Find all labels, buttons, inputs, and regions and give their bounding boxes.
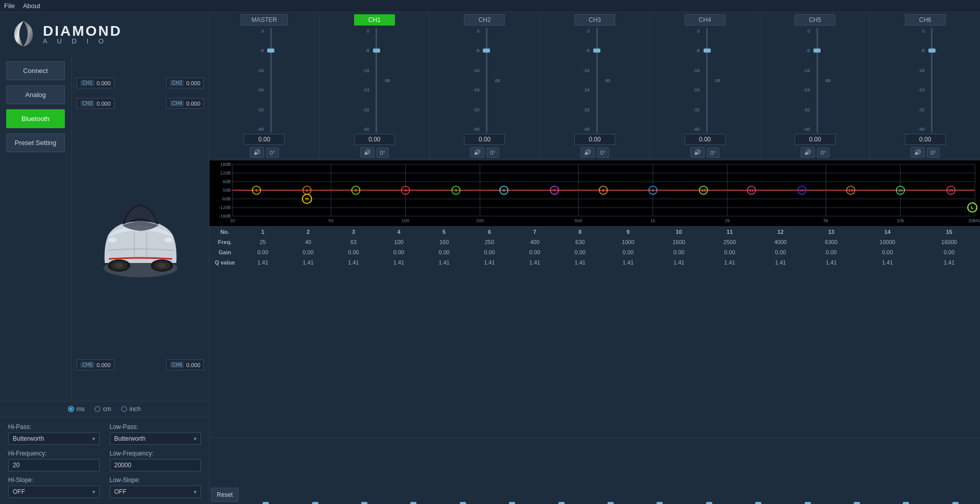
eq-cell-r2-c10: 0.00 [654,247,704,257]
ch3-phase-btn[interactable]: 0° [597,148,610,158]
eq-col-header-9: 9 [603,227,654,237]
eq-fader-handle-1[interactable] [263,502,269,504]
eq-graph[interactable] [209,160,980,227]
ch-header-ch2[interactable]: CH2 [464,14,505,26]
ch1-phase-btn[interactable]: 0° [377,148,389,158]
ch6-mute-btn[interactable]: 🔊 [911,147,925,158]
menu-bar: File About [0,0,980,12]
preset-setting-button[interactable]: Preset Setting [6,133,65,152]
eq-fader-handle-4[interactable] [410,502,416,504]
eq-fader-handle-11[interactable] [755,502,761,504]
ch4-phase-btn[interactable]: 0° [707,148,719,158]
svg-point-3 [115,263,123,268]
low-pass-group: Low-Pass: Butterworth Linkwitz-Riley Bes… [110,423,201,445]
ch-header-ch5[interactable]: CH5 [795,14,835,26]
ch3-fader-scale: 0 -8 -16 -24 -32 -40 [578,28,590,133]
analog-button[interactable]: Analog [6,85,65,104]
eq-cell-r3-c9: 1.41 [603,257,654,268]
ch5-infinity: ∞ [825,76,830,84]
unit-ms-radio[interactable] [68,406,74,412]
eq-cell-r2-c9: 0.00 [603,247,654,257]
master-fader[interactable] [266,28,276,133]
ch-header-ch3[interactable]: CH3 [574,14,615,26]
bluetooth-button[interactable]: Bluetooth [6,109,65,128]
eq-fader-handle-9[interactable] [657,502,663,504]
hi-slope-select[interactable]: OFF 12dB/oct 24dB/oct 36dB/oct 48dB/oct [8,486,100,498]
eq-col-header-12: 12 [755,227,806,237]
ch1-fader[interactable] [371,28,382,133]
ch2-mute-btn[interactable]: 🔊 [470,147,484,158]
ch6-fader-track [931,28,932,133]
channel-faders: MASTER 0 -8 -16 -24 -32 -40 [209,12,980,160]
ch-header-master[interactable]: MASTER [241,14,288,26]
ch4-fader-handle[interactable] [704,49,711,53]
unit-ms-label[interactable]: ms [68,405,84,413]
eq-cell-r1-c12: 4000 [755,237,806,247]
ch4-mute-btn[interactable]: 🔊 [690,147,705,158]
ch6-fader[interactable] [927,28,937,133]
eq-canvas[interactable] [209,160,980,226]
ch2-delay-value: 0.000 [186,80,200,86]
eq-fader-handle-15[interactable] [952,502,959,504]
eq-cell-r3-c1: 1.41 [240,257,286,268]
eq-cell-r2-c14: 0.00 [857,247,919,257]
ch5-delay-value: 0.000 [97,362,111,368]
ch-header-ch4[interactable]: CH4 [685,14,726,26]
ch6-fader-handle[interactable] [928,49,936,53]
unit-inch-label[interactable]: inch [121,405,141,413]
unit-cm-label[interactable]: cm [95,405,111,413]
low-slope-select[interactable]: OFF 12dB/oct 24dB/oct 36dB/oct 48dB/oct [110,486,201,498]
eq-col-header-15: 15 [918,227,980,237]
master-bottom-row: 🔊 0° [250,147,279,158]
hi-freq-input[interactable] [8,459,100,471]
eq-fader-handle-7[interactable] [558,502,565,504]
ch5-fader[interactable] [812,28,822,133]
ch5-fader-handle[interactable] [813,49,821,53]
reset-button[interactable]: Reset [211,488,238,502]
eq-cell-r1-c5: 160 [422,237,467,247]
master-phase-btn[interactable]: 0° [266,148,279,158]
ch3-value: 0.00 [574,134,615,145]
eq-fader-handle-2[interactable] [312,502,318,504]
connect-button[interactable]: Connect [6,61,65,80]
ch5-mute-btn[interactable]: 🔊 [801,147,815,158]
eq-fader-handle-6[interactable] [509,502,515,504]
low-pass-select[interactable]: Butterworth Linkwitz-Riley Bessel [110,433,201,445]
eq-col-header-6: 6 [467,227,512,237]
eq-fader-handle-8[interactable] [608,502,614,504]
ch6-phase-btn[interactable]: 0° [927,148,940,158]
ch3-fader-handle[interactable] [593,49,600,53]
master-mute-btn[interactable]: 🔊 [250,147,264,158]
ch2-fader-area: 0 -8 -16 -24 -32 -40 ∞ [431,28,539,133]
eq-fader-handle-12[interactable] [805,502,811,504]
eq-fader-handle-13[interactable] [854,502,860,504]
unit-cm-radio[interactable] [95,406,101,412]
eq-cell-r1-c4: 100 [376,237,422,247]
ch3-mute-btn[interactable]: 🔊 [580,147,595,158]
unit-inch-radio[interactable] [121,406,127,412]
eq-fader-handle-5[interactable] [460,502,466,504]
ch3-fader[interactable] [592,28,602,133]
eq-cell-r2-c7: 0.00 [512,247,557,257]
ch2-fader[interactable] [481,28,492,133]
hi-pass-select[interactable]: Butterworth Linkwitz-Riley Bessel [8,433,100,445]
ch1-fader-handle[interactable] [373,49,380,53]
ch2-fader-handle[interactable] [483,49,490,53]
ch1-mute-btn[interactable]: 🔊 [360,147,375,158]
ch2-phase-btn[interactable]: 0° [486,148,499,158]
ch5-fader-track [816,28,818,133]
eq-fader-handle-10[interactable] [706,502,712,504]
ch6-value: 0.00 [905,134,946,145]
ch4-fader[interactable] [702,28,712,133]
ch-header-ch6[interactable]: CH6 [905,14,946,26]
menu-about[interactable]: About [23,2,40,10]
menu-file[interactable]: File [4,2,15,10]
eq-table: No.123456789101112131415Freq.25406310016… [209,227,980,268]
eq-fader-handle-14[interactable] [903,502,909,504]
ch-header-ch1[interactable]: CH1 [354,14,395,26]
low-freq-input[interactable] [110,459,201,471]
eq-fader-handle-3[interactable] [361,502,367,504]
ch5-phase-btn[interactable]: 0° [817,148,830,158]
master-fader-handle[interactable] [267,49,274,53]
eq-table-area: No.123456789101112131415Freq.25406310016… [209,227,980,438]
